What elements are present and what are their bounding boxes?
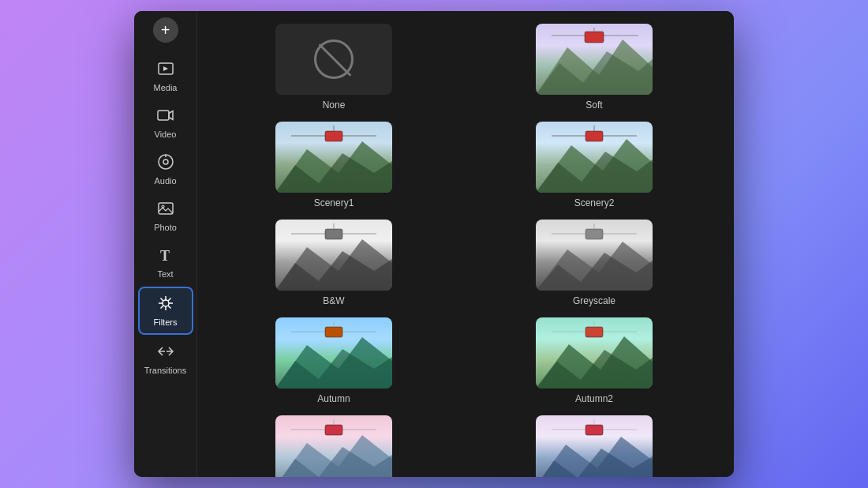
filter-soft-thumb — [536, 24, 653, 95]
filter-none-thumb — [275, 24, 392, 95]
filter-winter2[interactable]: Winter2 — [470, 415, 718, 477]
media-icon — [157, 60, 174, 81]
filter-winter2-thumb — [536, 415, 653, 477]
sidebar-item-transitions-label: Transitions — [144, 366, 186, 375]
filter-bw-thumb — [275, 220, 392, 291]
svg-text:T: T — [160, 248, 170, 264]
filter-scenery1-thumb — [275, 122, 392, 193]
filter-autumn2[interactable]: Autumn2 — [470, 317, 718, 404]
sidebar-item-text-label: Text — [157, 269, 173, 279]
svg-rect-55 — [325, 425, 342, 435]
text-icon: T — [157, 246, 174, 267]
filter-autumn2-thumb — [536, 317, 653, 389]
filter-autumn2-label: Autumn2 — [575, 393, 613, 404]
sidebar-item-transitions[interactable]: Transitions — [138, 336, 193, 381]
sidebar-item-photo[interactable]: Photo — [138, 193, 193, 238]
filter-scenery2-label: Scenery2 — [574, 197, 615, 208]
svg-rect-45 — [325, 327, 342, 337]
sidebar-item-media[interactable]: Media — [138, 54, 193, 99]
svg-point-3 — [163, 160, 168, 164]
sidebar-item-filters-label: Filters — [154, 317, 178, 327]
svg-line-14 — [168, 306, 171, 309]
video-icon — [157, 107, 174, 127]
svg-line-15 — [168, 298, 171, 302]
sidebar-item-video[interactable]: Video — [138, 100, 193, 145]
photo-icon — [157, 200, 174, 220]
sidebar-item-audio-label: Audio — [154, 176, 176, 186]
svg-point-8 — [163, 300, 169, 306]
sidebar-item-audio[interactable]: Audio — [138, 147, 193, 192]
svg-rect-25 — [325, 131, 342, 141]
svg-point-6 — [162, 205, 164, 208]
add-button[interactable]: + — [153, 17, 178, 43]
filter-scenery2[interactable]: Scenery2 — [470, 122, 718, 208]
svg-rect-40 — [586, 229, 603, 239]
sidebar: + Media Video — [134, 11, 197, 477]
sidebar-item-video-label: Video — [155, 130, 177, 139]
filter-bw[interactable]: B&W — [210, 220, 458, 306]
sidebar-item-filters[interactable]: Filters — [138, 287, 193, 335]
filter-autumn-thumb — [275, 317, 392, 389]
svg-rect-35 — [325, 229, 342, 239]
filter-greyscale-thumb — [536, 220, 653, 291]
filters-grid: None Soft — [210, 24, 718, 477]
filter-none-label: None — [323, 99, 346, 111]
filter-scenery2-thumb — [536, 122, 653, 193]
filter-scenery1[interactable]: Scenery1 — [210, 122, 458, 208]
filter-greyscale-label: Greyscale — [573, 295, 615, 306]
svg-rect-30 — [586, 131, 603, 141]
filter-none[interactable]: None — [210, 24, 458, 111]
svg-rect-5 — [159, 203, 173, 214]
svg-line-16 — [160, 306, 163, 309]
filters-panel: None Soft — [197, 11, 734, 477]
svg-rect-1 — [158, 111, 169, 120]
none-icon — [314, 39, 354, 79]
filter-winter[interactable]: Winter — [210, 415, 458, 477]
filter-greyscale[interactable]: Greyscale — [470, 220, 718, 306]
svg-rect-50 — [586, 327, 603, 337]
transitions-icon — [157, 343, 174, 363]
app-window: + Media Video — [134, 11, 734, 477]
filter-autumn-label: Autumn — [317, 393, 350, 404]
filter-winter-thumb — [275, 415, 392, 477]
sidebar-item-media-label: Media — [154, 83, 178, 92]
filter-scenery1-label: Scenery1 — [314, 197, 354, 208]
filter-bw-label: B&W — [323, 295, 344, 306]
sidebar-item-photo-label: Photo — [154, 223, 177, 232]
filters-icon — [157, 295, 174, 315]
svg-rect-60 — [586, 425, 603, 435]
svg-line-13 — [160, 298, 163, 302]
filter-autumn[interactable]: Autumn — [210, 317, 458, 404]
filter-soft-label: Soft — [586, 99, 602, 111]
filter-soft[interactable]: Soft — [470, 24, 718, 111]
sidebar-item-text[interactable]: T Text — [138, 240, 193, 285]
audio-icon — [157, 153, 174, 174]
svg-rect-20 — [585, 32, 604, 43]
